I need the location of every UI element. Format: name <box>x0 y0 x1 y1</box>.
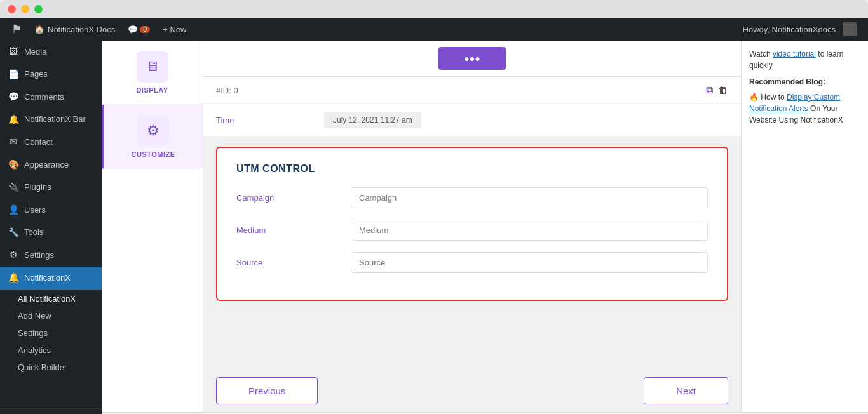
admin-bar-new[interactable]: + New <box>156 18 193 41</box>
pages-icon: 📄 <box>8 69 19 81</box>
watch-prefix: Watch <box>749 50 773 58</box>
utm-source-field: Source <box>236 252 708 273</box>
sidebar-label-tools: Tools <box>24 227 43 238</box>
time-row: Time July 12, 2021 11:27 am <box>203 104 741 137</box>
admin-bar-left: ⚑ 🏠 NotificationX Docs 💬 0 + New <box>5 18 736 41</box>
display-step-icon: 🖥 <box>137 51 168 83</box>
blog-prefix: How to <box>761 93 787 102</box>
new-label: + New <box>163 25 186 34</box>
utm-medium-field: Medium <box>236 220 708 241</box>
sidebar-label-appearance: Appearance <box>24 159 69 171</box>
utm-campaign-label: Campaign <box>236 193 338 203</box>
utm-campaign-field: Campaign <box>236 187 708 208</box>
fire-icon: 🔥 <box>749 93 759 102</box>
sidebar-label-pages: Pages <box>24 69 48 80</box>
sidebar-label-nx-bar: NotificationX Bar <box>24 114 86 125</box>
notificationx-icon: 🔔 <box>8 272 19 284</box>
home-icon: 🏠 <box>34 25 44 34</box>
plugins-icon: 🔌 <box>8 182 19 194</box>
site-name-label: NotificationX Docs <box>48 25 115 34</box>
admin-bar-comments[interactable]: 💬 0 <box>121 18 156 41</box>
notificationx-bar-icon: 🔔 <box>8 114 19 126</box>
main-layout: 🖼 Media 📄 Pages 💬 Comments 🔔 Notificatio… <box>0 41 868 414</box>
time-label: Time <box>216 116 311 125</box>
nav-buttons: Previous Next <box>203 370 741 412</box>
video-tutorial-link[interactable]: video tutorial <box>773 50 816 58</box>
utm-medium-input[interactable] <box>351 220 708 241</box>
sidebar-label-comments: Comments <box>24 91 64 103</box>
sidebar-item-users[interactable]: 👤 Users <box>0 199 102 222</box>
appearance-icon: 🎨 <box>8 159 19 171</box>
mac-titlebar <box>0 0 868 18</box>
previous-button[interactable]: Previous <box>216 377 318 404</box>
sidebar-item-media[interactable]: 🖼 Media <box>0 41 102 63</box>
comments-count: 0 <box>140 26 150 33</box>
sidebar-sub-all-notificationx[interactable]: All NotificationX <box>0 290 102 307</box>
howdy-text: Howdy, NotificationXdocs <box>743 25 836 34</box>
panel-top: ●●● <box>203 41 741 77</box>
utm-section: UTM CONTROL Campaign Medium Source <box>216 147 728 301</box>
tools-icon: 🔧 <box>8 227 19 239</box>
sidebar-sub-analytics[interactable]: Analytics <box>0 342 102 359</box>
sidebar-item-plugins[interactable]: 🔌 Plugins <box>0 177 102 199</box>
comment-icon: 💬 <box>128 25 138 34</box>
sidebar-item-notificationx-bar[interactable]: 🔔 NotificationX Bar <box>0 109 102 131</box>
sidebar-item-settings[interactable]: ⚙ Settings <box>0 244 102 267</box>
sidebar-item-pages[interactable]: 📄 Pages <box>0 63 102 86</box>
admin-bar-wp-logo[interactable]: ⚑ <box>5 18 28 41</box>
sidebar-label-settings: Settings <box>24 250 54 261</box>
admin-bar-site-name[interactable]: 🏠 NotificationX Docs <box>28 18 121 41</box>
admin-bar: ⚑ 🏠 NotificationX Docs 💬 0 + New Howdy, … <box>0 18 868 41</box>
sidebar-label-users: Users <box>24 204 46 216</box>
sidebar-collapse[interactable]: ◀ Collapse menu <box>0 408 102 414</box>
wizard-step-display[interactable]: 🖥 DISPLAY <box>102 41 203 105</box>
panel-top-button[interactable]: ●●● <box>438 47 505 70</box>
sidebar-item-appearance[interactable]: 🎨 Appearance <box>0 154 102 177</box>
copy-icon[interactable]: ⧉ <box>706 84 713 96</box>
wizard-sidebar: 🖥 DISPLAY ⚙ CUSTOMIZE <box>102 41 203 412</box>
sidebar-label-contact: Contact <box>24 137 53 148</box>
watch-text: Watch video tutorial to learn quickly <box>749 48 860 71</box>
blog-entry: 🔥 How to Display Custom Notification Ale… <box>749 91 860 126</box>
wizard-step-customize[interactable]: ⚙ CUSTOMIZE <box>102 105 203 169</box>
delete-icon[interactable]: 🗑 <box>718 84 728 96</box>
utm-source-label: Source <box>236 258 338 267</box>
sidebar-sub-add-new[interactable]: Add New <box>0 307 102 324</box>
app-wrapper: ⚑ 🏠 NotificationX Docs 💬 0 + New Howdy, … <box>0 18 868 414</box>
customize-step-label: CUSTOMIZE <box>131 150 175 158</box>
main-panel: ●●● #ID: 0 ⧉ 🗑 Time July 12, 2021 11:27 … <box>203 41 741 412</box>
comments-bubble: 💬 0 <box>128 25 150 34</box>
time-value: July 12, 2021 11:27 am <box>324 112 421 128</box>
sidebar: 🖼 Media 📄 Pages 💬 Comments 🔔 Notificatio… <box>0 41 102 414</box>
utm-title: UTM CONTROL <box>236 163 708 175</box>
utm-source-input[interactable] <box>351 252 708 273</box>
utm-medium-label: Medium <box>236 225 338 235</box>
sidebar-item-contact[interactable]: ✉ Contact <box>0 131 102 154</box>
media-icon: 🖼 <box>8 46 19 58</box>
sidebar-sub-quick-builder[interactable]: Quick Builder <box>0 359 102 376</box>
contact-icon: ✉ <box>8 136 19 149</box>
recommended-title: Recommended Blog: <box>749 77 860 86</box>
wp-logo-icon: ⚑ <box>11 22 22 36</box>
sidebar-item-tools[interactable]: 🔧 Tools <box>0 222 102 244</box>
sidebar-sub-menu: All NotificationX Add New Settings Analy… <box>0 290 102 376</box>
mac-close-button[interactable] <box>8 5 16 13</box>
id-row: #ID: 0 ⧉ 🗑 <box>203 77 741 104</box>
mac-min-button[interactable] <box>21 5 29 13</box>
admin-bar-right: Howdy, NotificationXdocs <box>736 18 863 41</box>
customize-step-icon: ⚙ <box>137 115 169 147</box>
mac-max-button[interactable] <box>34 5 43 13</box>
sidebar-sub-settings[interactable]: Settings <box>0 324 102 342</box>
sidebar-item-comments[interactable]: 💬 Comments <box>0 86 102 109</box>
sidebar-label-notificationx: NotificationX <box>24 272 71 284</box>
sidebar-label-plugins: Plugins <box>24 182 51 193</box>
utm-campaign-input[interactable] <box>351 187 708 208</box>
next-button[interactable]: Next <box>644 377 728 404</box>
content-area: 🖥 DISPLAY ⚙ CUSTOMIZE ●●● <box>102 41 868 414</box>
users-icon: 👤 <box>8 204 19 217</box>
sidebar-item-notificationx[interactable]: 🔔 NotificationX <box>0 267 102 290</box>
sidebar-label-media: Media <box>24 46 46 58</box>
admin-bar-howdy[interactable]: Howdy, NotificationXdocs <box>736 18 863 41</box>
avatar <box>843 22 857 36</box>
content-inner: 🖥 DISPLAY ⚙ CUSTOMIZE ●●● <box>102 41 868 412</box>
